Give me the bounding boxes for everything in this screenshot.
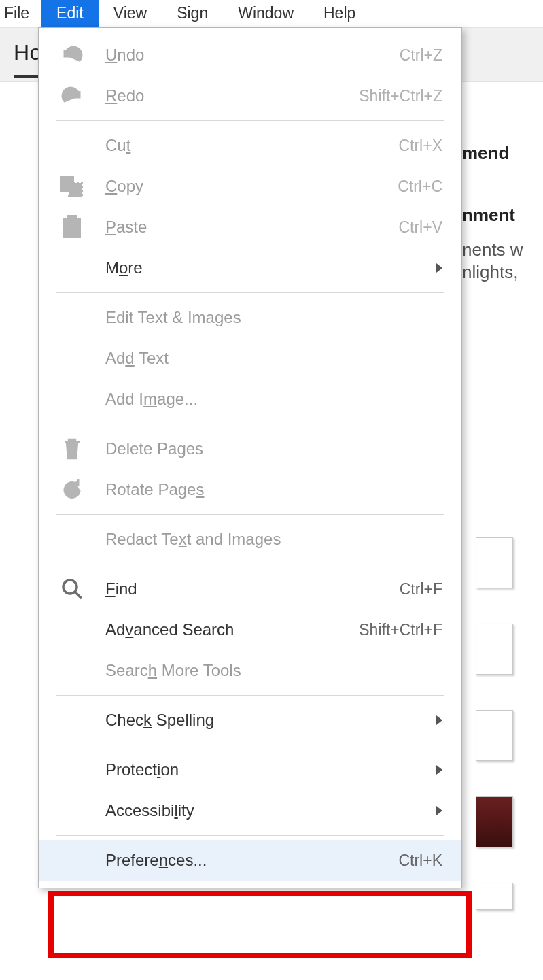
bg-hint-3a: nents w xyxy=(462,239,543,260)
menu-item-protection[interactable]: Protection xyxy=(39,749,461,790)
chevron-right-icon xyxy=(436,715,442,725)
menu-edit[interactable]: Edit xyxy=(41,0,99,27)
menu-view[interactable]: View xyxy=(99,0,162,27)
menu-sign[interactable]: Sign xyxy=(162,0,223,27)
menubar: File Edit View Sign Window Help xyxy=(0,0,543,27)
search-icon xyxy=(56,575,88,603)
menu-item-undo[interactable]: Undo Ctrl+Z xyxy=(39,35,461,75)
background-thumbnails xyxy=(476,537,520,945)
menu-item-search-tools[interactable]: Search More Tools xyxy=(39,650,461,691)
background-text: mend nment nents w nlights, xyxy=(462,136,543,314)
doc-thumbnail xyxy=(476,710,513,761)
svg-rect-3 xyxy=(68,216,76,221)
menu-item-rotate-pages[interactable]: Rotate Pages xyxy=(39,469,461,510)
menu-item-paste[interactable]: Paste Ctrl+V xyxy=(39,207,461,248)
menu-label: Copy xyxy=(88,177,391,196)
menu-label: Preferences... xyxy=(88,851,391,870)
menu-label: Search More Tools xyxy=(88,661,442,680)
doc-thumbnail xyxy=(476,624,513,675)
menu-item-find[interactable]: Find Ctrl+F xyxy=(39,569,461,609)
menu-item-copy[interactable]: Copy Ctrl+C xyxy=(39,166,461,207)
menu-item-delete-pages[interactable]: Delete Pages xyxy=(39,428,461,469)
chevron-right-icon xyxy=(436,263,442,273)
menu-label: Undo xyxy=(88,46,393,65)
bg-hint-3b: nlights, xyxy=(462,262,543,283)
menu-separator xyxy=(56,745,444,745)
bg-hint-1: mend xyxy=(462,143,543,164)
menu-item-cut[interactable]: Cut Ctrl+X xyxy=(39,125,461,166)
svg-line-10 xyxy=(75,592,82,598)
menu-shortcut: Shift+Ctrl+F xyxy=(352,621,442,639)
menu-shortcut: Ctrl+F xyxy=(393,580,442,598)
menu-item-preferences[interactable]: Preferences... Ctrl+K xyxy=(39,840,461,881)
menu-label: Cut xyxy=(88,136,391,155)
menu-label: Add Image... xyxy=(88,390,442,409)
menu-shortcut: Ctrl+K xyxy=(391,851,442,870)
menu-separator xyxy=(56,835,444,836)
menu-window[interactable]: Window xyxy=(223,0,309,27)
menu-shortcut: Shift+Ctrl+Z xyxy=(352,87,442,105)
menu-label: Redo xyxy=(88,86,352,105)
trash-icon xyxy=(56,435,88,462)
menu-item-add-text[interactable]: Add Text xyxy=(39,338,461,379)
menu-item-check-spelling[interactable]: Check Spelling xyxy=(39,700,461,741)
menu-label: Redact Text and Images xyxy=(88,530,442,549)
doc-thumbnail xyxy=(476,537,513,588)
chevron-right-icon xyxy=(436,765,442,775)
menu-label: Paste xyxy=(88,218,391,237)
menu-separator xyxy=(56,120,444,121)
svg-rect-1 xyxy=(69,183,82,197)
menu-separator xyxy=(56,695,444,696)
menu-item-redact[interactable]: Redact Text and Images xyxy=(39,519,461,560)
menu-label: Edit Text & Images xyxy=(88,308,442,327)
menu-label: Delete Pages xyxy=(88,439,442,458)
menu-label: Check Spelling xyxy=(88,711,430,730)
callout-preferences xyxy=(48,891,472,958)
menu-shortcut: Ctrl+V xyxy=(391,218,442,237)
menu-label: Advanced Search xyxy=(88,620,352,639)
menu-separator xyxy=(56,292,444,293)
menu-label: Protection xyxy=(88,760,430,779)
menu-label: Accessibility xyxy=(88,801,430,820)
undo-icon xyxy=(56,41,88,69)
menu-label: More xyxy=(88,258,430,277)
doc-thumbnail xyxy=(476,796,513,847)
doc-thumbnail xyxy=(476,883,513,910)
menu-separator xyxy=(56,424,444,424)
paste-icon xyxy=(56,214,88,241)
menu-separator xyxy=(56,514,444,515)
menu-label: Add Text xyxy=(88,349,442,368)
menu-label: Rotate Pages xyxy=(88,480,442,499)
menu-label: Find xyxy=(88,579,393,598)
menu-item-more[interactable]: More xyxy=(39,248,461,288)
edit-dropdown-menu: Undo Ctrl+Z Redo Shift+Ctrl+Z Cut Ctrl+X… xyxy=(38,27,462,888)
menu-shortcut: Ctrl+Z xyxy=(393,46,442,65)
chevron-right-icon xyxy=(436,806,442,815)
menu-item-advanced-search[interactable]: Advanced Search Shift+Ctrl+F xyxy=(39,609,461,650)
menu-item-add-image[interactable]: Add Image... xyxy=(39,379,461,420)
svg-point-9 xyxy=(63,580,77,594)
menu-item-accessibility[interactable]: Accessibility xyxy=(39,790,461,831)
menu-shortcut: Ctrl+X xyxy=(391,137,442,155)
redo-icon xyxy=(56,82,88,109)
copy-icon xyxy=(56,173,88,200)
menu-item-edit-text-images[interactable]: Edit Text & Images xyxy=(39,297,461,338)
menu-help[interactable]: Help xyxy=(309,0,370,27)
menu-separator xyxy=(56,564,444,564)
menu-file[interactable]: File xyxy=(0,0,41,27)
rotate-icon xyxy=(56,476,88,503)
menu-shortcut: Ctrl+C xyxy=(391,178,442,196)
bg-hint-2: nment xyxy=(462,205,543,226)
menu-item-redo[interactable]: Redo Shift+Ctrl+Z xyxy=(39,75,461,116)
